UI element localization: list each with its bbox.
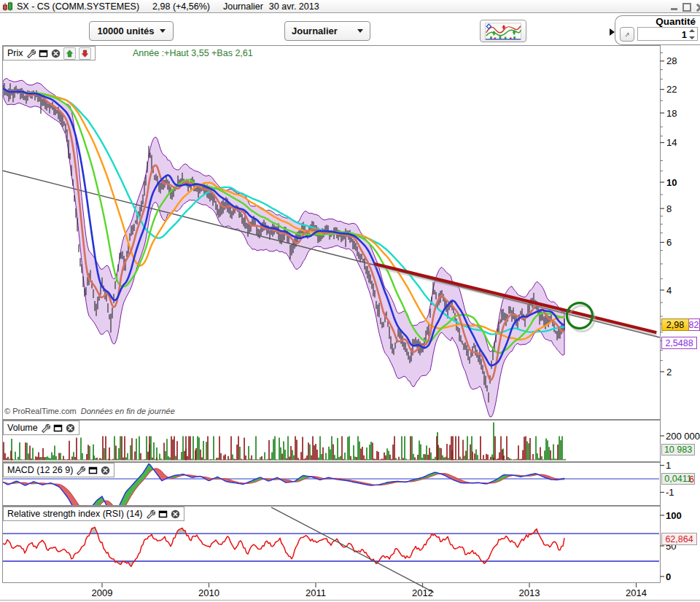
window-icon[interactable] bbox=[88, 466, 98, 475]
spinner-down-icon bbox=[689, 36, 695, 39]
quantity-input[interactable]: 1 bbox=[637, 27, 698, 41]
svg-text:2014: 2014 bbox=[626, 587, 647, 598]
green-up-arrow-icon bbox=[65, 49, 74, 58]
copyright-note: Données en fin de journée bbox=[81, 407, 175, 415]
macd-value-label: 0,0411 6 bbox=[661, 473, 695, 485]
timeframe-text: Journalier bbox=[223, 1, 263, 12]
macd-signal-partial: 6 bbox=[689, 474, 694, 485]
rsi-panel-title: Relative strength index (RSI) (14) bbox=[7, 509, 143, 519]
window-controls bbox=[671, 1, 700, 12]
red-down-arrow-icon bbox=[80, 49, 90, 58]
svg-text:8: 8 bbox=[666, 203, 672, 214]
wrench-icon[interactable] bbox=[76, 466, 85, 475]
svg-text:2: 2 bbox=[666, 367, 672, 378]
chart-type-icon bbox=[485, 22, 521, 41]
close-icon[interactable] bbox=[66, 423, 75, 433]
minimize-button[interactable] bbox=[671, 8, 677, 10]
wrench-icon[interactable] bbox=[41, 423, 50, 433]
units-dropdown[interactable]: 10000 unités bbox=[89, 21, 174, 41]
macd-panel-title: MACD (12 26 9) bbox=[7, 465, 73, 475]
svg-text:22: 22 bbox=[666, 84, 677, 95]
order-settings-wrench-button[interactable] bbox=[620, 27, 634, 42]
svg-text:1: 1 bbox=[666, 460, 671, 471]
volume-value-label: 10 983 bbox=[661, 444, 695, 456]
svg-text:0: 0 bbox=[666, 571, 671, 582]
chart-type-button[interactable] bbox=[480, 20, 526, 42]
candlestick-app-icon bbox=[2, 1, 14, 12]
period-dropdown[interactable]: Journalier bbox=[284, 21, 370, 41]
symbol-title: SX - CS (COMM.SYSTEMES) bbox=[17, 1, 139, 12]
close-icon[interactable] bbox=[171, 509, 180, 519]
svg-text:-1: -1 bbox=[666, 487, 674, 498]
period-dropdown-label: Journalier bbox=[292, 26, 338, 36]
quantity-spinner[interactable] bbox=[689, 29, 696, 39]
scroll-down-button[interactable] bbox=[79, 47, 91, 60]
svg-text:28: 28 bbox=[666, 55, 677, 66]
scroll-up-button[interactable] bbox=[63, 47, 76, 60]
window-icon[interactable] bbox=[39, 49, 48, 58]
maximize-button[interactable] bbox=[682, 3, 691, 12]
chevron-down-icon bbox=[160, 29, 166, 33]
collapse-panel-arrow-icon[interactable] bbox=[610, 28, 615, 36]
svg-text:4: 4 bbox=[666, 285, 672, 296]
title-bar: SX - CS (COMM.SYSTEMES) 2,98 (+4,56%) Jo… bbox=[0, 0, 700, 13]
app-window: SX - CS (COMM.SYSTEMES) 2,98 (+4,56%) Jo… bbox=[0, 0, 700, 602]
svg-text:10: 10 bbox=[666, 177, 677, 188]
svg-text:2011: 2011 bbox=[306, 587, 326, 598]
volume-panel-header: Volume bbox=[3, 421, 79, 435]
svg-text:2009: 2009 bbox=[92, 587, 113, 598]
svg-text:100: 100 bbox=[666, 510, 682, 521]
band-lower-price-label: 2,5488 bbox=[661, 337, 697, 349]
macd-value: 0,0411 bbox=[664, 474, 691, 484]
svg-text:2012: 2012 bbox=[412, 587, 433, 598]
price-panel-title: Prix bbox=[7, 48, 23, 58]
svg-text:2010: 2010 bbox=[198, 587, 219, 598]
quantity-label: Quantité bbox=[626, 16, 696, 27]
spinner-up-icon bbox=[689, 29, 695, 32]
close-icon[interactable] bbox=[101, 466, 110, 475]
last-price-text: 2,98 (+4,56%) bbox=[152, 1, 210, 12]
window-icon[interactable] bbox=[158, 509, 168, 519]
rsi-panel-header: Relative strength index (RSI) (14) bbox=[3, 507, 184, 521]
wrench-icon bbox=[625, 30, 629, 39]
copyright: © ProRealTime.comDonnées en fin de journ… bbox=[4, 407, 175, 415]
price-panel-header: Prix bbox=[3, 46, 96, 60]
svg-text:2013: 2013 bbox=[519, 587, 540, 598]
copyright-brand: © ProRealTime.com bbox=[4, 407, 77, 415]
band-upper-price-label: 82 bbox=[688, 318, 700, 331]
svg-text:18: 18 bbox=[666, 108, 677, 119]
wrench-icon[interactable] bbox=[26, 49, 36, 58]
close-icon[interactable] bbox=[51, 49, 61, 58]
price-annotation: Année :+Haut 3,55 +Bas 2,61 bbox=[133, 48, 253, 58]
last-price-label: 2,98 bbox=[661, 318, 689, 331]
svg-text:14: 14 bbox=[666, 137, 677, 148]
units-dropdown-label: 10000 unités bbox=[97, 26, 154, 36]
close-window-button[interactable] bbox=[696, 4, 700, 11]
svg-text:200 000: 200 000 bbox=[666, 431, 700, 442]
volume-panel-title: Volume bbox=[7, 423, 38, 433]
date-text: 30 avr. 2013 bbox=[269, 1, 319, 12]
svg-text:6: 6 bbox=[666, 237, 672, 248]
quantity-value: 1 bbox=[682, 29, 687, 40]
window-icon[interactable] bbox=[53, 423, 63, 433]
macd-panel-header: MACD (12 26 9) bbox=[3, 463, 114, 477]
chevron-down-icon bbox=[357, 29, 363, 33]
rsi-value-label: 62,864 bbox=[661, 533, 697, 545]
wrench-icon[interactable] bbox=[146, 509, 155, 519]
